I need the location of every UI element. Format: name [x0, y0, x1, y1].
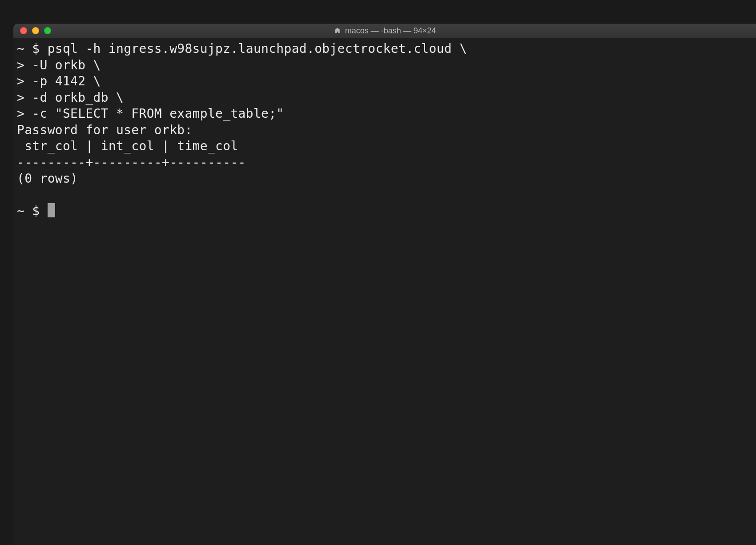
terminal-prompt: ~ $ — [17, 204, 48, 218]
traffic-lights — [13, 27, 51, 34]
terminal-line: > -d orkb_db \ — [17, 90, 124, 105]
terminal-line: ---------+---------+---------- — [17, 155, 246, 170]
minimize-button[interactable] — [32, 27, 39, 34]
cursor — [48, 203, 55, 217]
title-bar: macos — -bash — 94×24 — [13, 24, 756, 38]
terminal-line: str_col | int_col | time_col — [17, 139, 238, 153]
close-button[interactable] — [20, 27, 27, 34]
terminal-body[interactable]: ~ $ psql -h ingress.w98sujpz.launchpad.o… — [13, 38, 756, 545]
terminal-line: (0 rows) — [17, 171, 78, 186]
maximize-button[interactable] — [44, 27, 51, 34]
terminal-line: ~ $ psql -h ingress.w98sujpz.launchpad.o… — [17, 41, 467, 56]
terminal-line: > -p 4142 \ — [17, 74, 101, 88]
window-title: macos — -bash — 94×24 — [334, 26, 436, 36]
window-title-text: macos — -bash — 94×24 — [345, 26, 436, 36]
terminal-line: Password for user orkb: — [17, 123, 193, 137]
terminal-line: > -U orkb \ — [17, 58, 101, 72]
home-icon — [334, 27, 342, 35]
terminal-window: macos — -bash — 94×24 ~ $ psql -h ingres… — [13, 24, 756, 545]
terminal-line: > -c "SELECT * FROM example_table;" — [17, 106, 284, 121]
